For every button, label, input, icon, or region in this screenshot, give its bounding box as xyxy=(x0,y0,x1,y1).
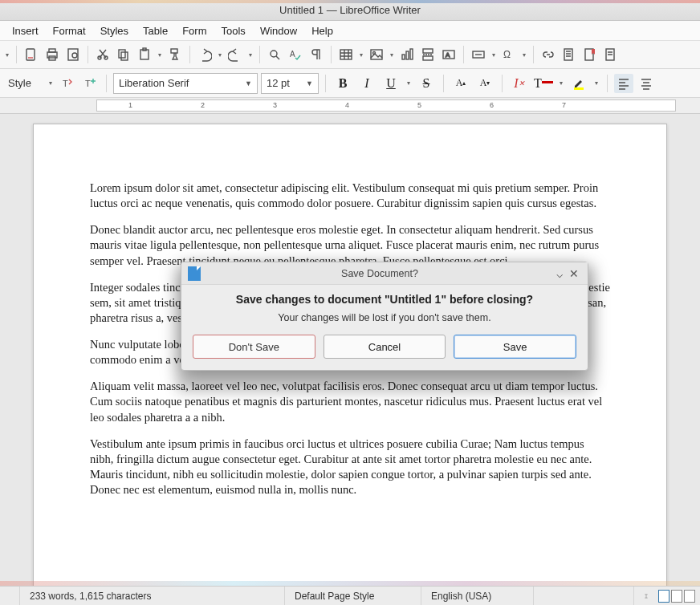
window-titlebar: Untitled 1 — LibreOffice Writer xyxy=(0,0,700,21)
underline-button[interactable]: U xyxy=(381,73,401,94)
undo-dropdown[interactable]: ▾ xyxy=(216,51,224,59)
menu-format[interactable]: Format xyxy=(46,25,93,37)
underline-dropdown[interactable]: ▾ xyxy=(405,79,413,87)
status-insert-mode-icon[interactable] xyxy=(634,587,658,605)
align-left-button[interactable] xyxy=(614,74,633,93)
clone-formatting-icon[interactable] xyxy=(165,45,185,64)
svg-rect-10 xyxy=(140,50,149,59)
document-icon xyxy=(188,266,201,281)
insert-cross-ref-icon[interactable] xyxy=(601,45,621,64)
font-size-combo[interactable]: 12 pt ▼ xyxy=(261,73,319,94)
svg-rect-20 xyxy=(410,49,413,59)
italic-button[interactable]: I xyxy=(356,73,377,94)
svg-point-13 xyxy=(271,51,277,57)
highlight-button[interactable] xyxy=(568,73,589,94)
font-size-value: 12 pt xyxy=(267,77,290,89)
dialog-minimize-icon[interactable]: ⌵ xyxy=(552,267,567,280)
svg-text:A: A xyxy=(290,50,295,59)
window-title: Untitled 1 — LibreOffice Writer xyxy=(279,4,421,16)
toolbar-overflow-left[interactable]: ▾ xyxy=(3,51,11,59)
menu-insert[interactable]: Insert xyxy=(5,25,46,37)
cut-icon[interactable] xyxy=(93,45,112,64)
insert-footnote-icon[interactable] xyxy=(560,45,579,64)
redo-dropdown[interactable]: ▾ xyxy=(246,51,254,59)
image-dropdown[interactable]: ▾ xyxy=(388,51,396,59)
cancel-button[interactable]: Cancel xyxy=(324,335,446,359)
svg-text:A: A xyxy=(446,51,450,59)
font-name-value: Liberation Serif xyxy=(119,77,189,89)
paste-dropdown[interactable]: ▾ xyxy=(156,51,164,59)
svg-rect-27 xyxy=(564,49,572,60)
svg-rect-2 xyxy=(49,49,55,52)
table-dropdown[interactable]: ▾ xyxy=(357,51,365,59)
svg-rect-32 xyxy=(574,87,584,90)
svg-rect-0 xyxy=(26,49,35,60)
font-color-button[interactable]: T xyxy=(533,73,554,94)
subscript-button[interactable]: A▾ xyxy=(474,73,495,94)
paste-icon[interactable] xyxy=(135,45,154,64)
standard-toolbar: ▾ ▾ ▾ ▾ A ▾ ▾ A ▾ Ω ▾ xyxy=(0,40,700,69)
insert-symbol-icon[interactable]: Ω xyxy=(499,45,519,64)
insert-pagebreak-icon[interactable] xyxy=(418,45,438,64)
status-bar: 233 words, 1,615 characters Default Page… xyxy=(0,586,700,605)
align-center-button[interactable] xyxy=(637,74,656,93)
copy-icon[interactable] xyxy=(114,45,133,64)
svg-rect-16 xyxy=(371,50,382,59)
svg-point-5 xyxy=(72,53,77,58)
spellcheck-icon[interactable]: A xyxy=(286,45,305,64)
export-pdf-icon[interactable] xyxy=(22,45,41,64)
dialog-close-icon[interactable]: ✕ xyxy=(567,267,581,280)
svg-rect-18 xyxy=(402,55,405,59)
svg-rect-12 xyxy=(171,49,177,53)
paragraph-style-label: Style xyxy=(3,73,43,94)
paragraph[interactable]: Lorem ipsum dolor sit amet, consectetur … xyxy=(90,181,610,211)
clear-formatting-button[interactable]: I✕ xyxy=(509,73,530,94)
undo-icon[interactable] xyxy=(195,45,214,64)
paragraph[interactable]: Vestibulum ante ipsum primis in faucibus… xyxy=(90,436,610,498)
svg-rect-15 xyxy=(340,50,352,59)
print-icon[interactable] xyxy=(43,45,62,64)
menu-window[interactable]: Window xyxy=(253,25,304,37)
new-style-icon[interactable]: T xyxy=(80,74,100,93)
dialog-titlebar[interactable]: Save Document? ⌵ ✕ xyxy=(181,262,588,285)
bold-button[interactable]: B xyxy=(332,73,353,94)
insert-field-icon[interactable] xyxy=(469,45,488,64)
find-icon[interactable] xyxy=(265,45,284,64)
menu-form[interactable]: Form xyxy=(175,25,214,37)
paragraph-style-dropdown[interactable]: ▾ xyxy=(47,79,55,87)
strikethrough-button[interactable]: S xyxy=(416,73,437,94)
save-button[interactable]: Save xyxy=(454,335,576,359)
menu-styles[interactable]: Styles xyxy=(93,25,136,37)
highlight-dropdown[interactable]: ▾ xyxy=(592,79,600,87)
svg-rect-19 xyxy=(406,51,409,59)
menu-help[interactable]: Help xyxy=(304,25,340,37)
formatting-toolbar: Style ▾ T T Liberation Serif ▼ 12 pt ▼ B… xyxy=(0,69,700,98)
redo-icon[interactable] xyxy=(226,45,245,64)
svg-text:Ω: Ω xyxy=(503,49,511,60)
insert-table-icon[interactable] xyxy=(336,45,356,64)
horizontal-ruler[interactable]: 1 2 3 4 5 6 7 xyxy=(0,98,700,114)
insert-bookmark-icon[interactable] xyxy=(580,45,600,64)
svg-text:T: T xyxy=(63,79,68,88)
dont-save-button[interactable]: Don't Save xyxy=(193,335,315,359)
menu-table[interactable]: Table xyxy=(136,25,175,37)
font-color-dropdown[interactable]: ▾ xyxy=(557,79,565,87)
print-preview-icon[interactable] xyxy=(63,45,83,64)
insert-textbox-icon[interactable]: A xyxy=(439,45,458,64)
menu-bar: Insert Format Styles Table Form Tools Wi… xyxy=(0,21,700,40)
update-style-icon[interactable]: T xyxy=(58,74,77,93)
insert-hyperlink-icon[interactable] xyxy=(539,45,558,64)
dialog-title: Save Document? xyxy=(207,268,552,279)
superscript-button[interactable]: A▴ xyxy=(450,73,471,94)
status-language[interactable]: English (USA) xyxy=(421,587,534,605)
symbol-dropdown[interactable]: ▾ xyxy=(520,51,528,59)
status-wordcount[interactable]: 233 words, 1,615 characters xyxy=(20,587,285,605)
menu-tools[interactable]: Tools xyxy=(214,25,253,37)
insert-image-icon[interactable] xyxy=(367,45,386,64)
insert-chart-icon[interactable] xyxy=(397,45,417,64)
formatting-marks-icon[interactable] xyxy=(307,45,326,64)
font-name-combo[interactable]: Liberation Serif ▼ xyxy=(113,73,258,94)
field-dropdown[interactable]: ▾ xyxy=(490,51,498,59)
status-view-icons[interactable] xyxy=(658,590,700,603)
status-pagestyle[interactable]: Default Page Style xyxy=(285,587,421,605)
